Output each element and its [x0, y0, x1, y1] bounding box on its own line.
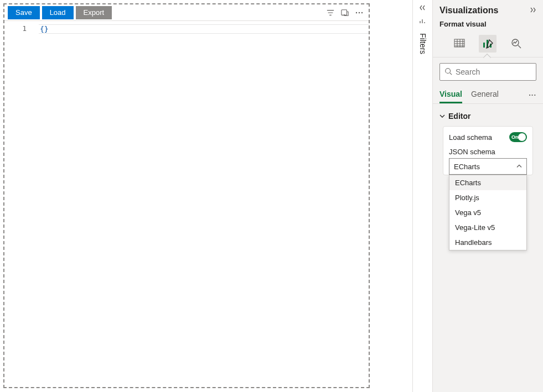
tab-visual[interactable]: Visual — [439, 86, 462, 103]
search-box[interactable] — [439, 63, 536, 81]
svg-point-2 — [359, 12, 360, 13]
json-schema-label: JSON schema — [449, 148, 527, 156]
expand-chevron-icon[interactable] — [530, 7, 536, 15]
format-tabs: Visual General ··· — [433, 86, 543, 104]
search-input[interactable] — [456, 67, 543, 76]
visual-toolbar: Save Load Export — [4, 4, 369, 21]
code-body[interactable]: {} — [35, 24, 369, 34]
filters-label[interactable]: Filters — [418, 33, 427, 54]
option-plotly[interactable]: Plotly.js — [449, 190, 526, 205]
export-button[interactable]: Export — [76, 6, 112, 19]
panel-title: Visualizations — [439, 6, 498, 15]
build-visual-icon[interactable] — [451, 35, 468, 53]
panel-subtitle: Format visual — [433, 18, 543, 33]
editor-section-header[interactable]: Editor — [439, 112, 536, 121]
format-mode-switcher — [433, 33, 543, 58]
visual-frame[interactable]: Save Load Export 1 {} — [3, 3, 370, 388]
tabs-more-icon[interactable]: ··· — [529, 91, 536, 99]
tab-general[interactable]: General — [471, 86, 499, 103]
save-button[interactable]: Save — [8, 6, 40, 19]
editor-section-title: Editor — [448, 112, 470, 121]
option-vega[interactable]: Vega v5 — [449, 205, 526, 220]
search-icon — [444, 67, 452, 77]
bar-chart-icon[interactable] — [419, 18, 427, 25]
load-schema-toggle[interactable]: On — [509, 132, 527, 142]
editor-card: Load schema On JSON schema ECharts EChar… — [443, 126, 533, 175]
format-visual-icon[interactable] — [479, 35, 497, 53]
line-gutter: 1 — [4, 24, 35, 34]
json-schema-dropdown: ECharts Plotly.js Vega v5 Vega-Lite v5 H… — [449, 175, 527, 250]
filters-rail: Filters — [412, 0, 432, 392]
focus-mode-icon[interactable] — [339, 7, 351, 19]
chevron-up-icon — [516, 163, 522, 171]
visualizations-panel: Visualizations Format visual Visual Gene… — [432, 0, 543, 392]
more-options-icon[interactable] — [353, 7, 365, 19]
collapse-chevron-icon[interactable] — [419, 4, 427, 12]
option-handlebars[interactable]: Handlebars — [449, 235, 526, 250]
load-schema-label: Load schema — [449, 133, 492, 142]
option-echarts[interactable]: ECharts — [449, 175, 526, 190]
json-schema-select[interactable]: ECharts ECharts Plotly.js Vega v5 Vega-L… — [449, 158, 527, 175]
filter-icon[interactable] — [324, 7, 337, 19]
svg-point-3 — [361, 12, 363, 13]
option-vegalite[interactable]: Vega-Lite v5 — [449, 220, 526, 235]
load-button[interactable]: Load — [42, 6, 74, 19]
code-editor[interactable]: 1 {} — [4, 21, 369, 34]
canvas-area: Save Load Export 1 {} — [0, 0, 412, 392]
chevron-down-icon — [439, 112, 445, 121]
analytics-icon[interactable] — [508, 35, 525, 53]
svg-point-6 — [446, 68, 451, 73]
json-schema-selected-value: ECharts — [454, 163, 480, 171]
svg-point-1 — [356, 12, 357, 13]
